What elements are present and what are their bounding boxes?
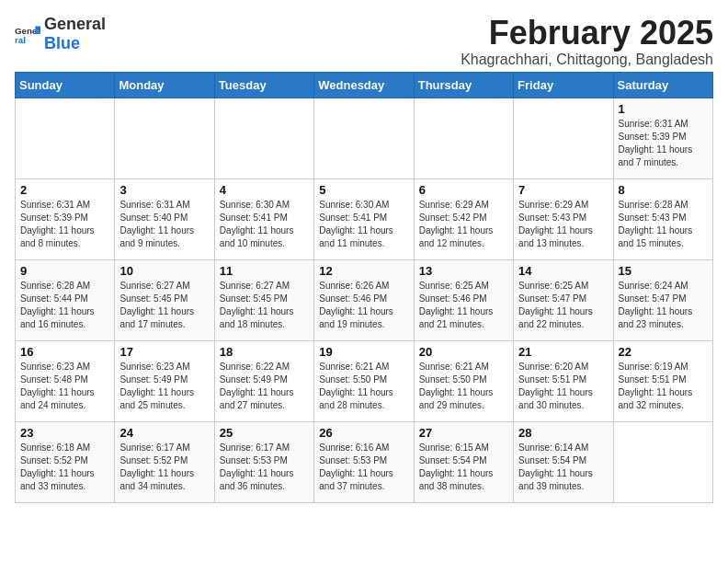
day-cell: 17Sunrise: 6:23 AM Sunset: 5:49 PM Dayli… bbox=[115, 340, 214, 421]
day-cell: 18Sunrise: 6:22 AM Sunset: 5:49 PM Dayli… bbox=[214, 340, 313, 421]
day-info: Sunrise: 6:21 AM Sunset: 5:50 PM Dayligh… bbox=[419, 361, 508, 412]
day-number: 8 bbox=[619, 183, 708, 197]
day-number: 23 bbox=[20, 426, 109, 440]
day-number: 4 bbox=[220, 183, 309, 197]
logo-blue: Blue bbox=[44, 34, 80, 52]
day-number: 15 bbox=[619, 264, 708, 278]
day-cell: 3Sunrise: 6:31 AM Sunset: 5:40 PM Daylig… bbox=[115, 178, 214, 259]
day-number: 19 bbox=[319, 345, 408, 359]
day-info: Sunrise: 6:16 AM Sunset: 5:53 PM Dayligh… bbox=[319, 442, 408, 493]
day-number: 26 bbox=[319, 426, 408, 440]
day-cell: 15Sunrise: 6:24 AM Sunset: 5:47 PM Dayli… bbox=[613, 259, 712, 340]
day-cell: 25Sunrise: 6:17 AM Sunset: 5:53 PM Dayli… bbox=[214, 421, 313, 502]
day-cell: 8Sunrise: 6:28 AM Sunset: 5:43 PM Daylig… bbox=[613, 178, 712, 259]
day-cell: 21Sunrise: 6:20 AM Sunset: 5:51 PM Dayli… bbox=[514, 340, 613, 421]
calendar-subtitle: Khagrachhari, Chittagong, Bangladesh bbox=[461, 52, 713, 68]
day-number: 9 bbox=[20, 264, 109, 278]
day-number: 14 bbox=[518, 264, 608, 278]
day-number: 21 bbox=[518, 345, 608, 359]
day-cell: 24Sunrise: 6:17 AM Sunset: 5:52 PM Dayli… bbox=[115, 421, 214, 502]
day-number: 12 bbox=[319, 264, 408, 278]
header-tuesday: Tuesday bbox=[214, 72, 313, 98]
day-info: Sunrise: 6:25 AM Sunset: 5:47 PM Dayligh… bbox=[518, 280, 608, 331]
week-row-1: 1Sunrise: 6:31 AM Sunset: 5:39 PM Daylig… bbox=[16, 98, 713, 178]
day-cell: 9Sunrise: 6:28 AM Sunset: 5:44 PM Daylig… bbox=[16, 259, 115, 340]
day-info: Sunrise: 6:17 AM Sunset: 5:52 PM Dayligh… bbox=[119, 442, 209, 493]
calendar-table: SundayMondayTuesdayWednesdayThursdayFrid… bbox=[15, 72, 713, 503]
day-info: Sunrise: 6:23 AM Sunset: 5:49 PM Dayligh… bbox=[119, 361, 209, 412]
day-info: Sunrise: 6:28 AM Sunset: 5:44 PM Dayligh… bbox=[20, 280, 109, 331]
day-cell bbox=[613, 421, 712, 502]
header-sunday: Sunday bbox=[16, 72, 115, 98]
week-row-3: 9Sunrise: 6:28 AM Sunset: 5:44 PM Daylig… bbox=[16, 259, 713, 340]
day-info: Sunrise: 6:29 AM Sunset: 5:42 PM Dayligh… bbox=[419, 199, 508, 250]
day-info: Sunrise: 6:23 AM Sunset: 5:48 PM Dayligh… bbox=[20, 361, 109, 412]
day-info: Sunrise: 6:21 AM Sunset: 5:50 PM Dayligh… bbox=[319, 361, 408, 412]
day-number: 3 bbox=[119, 183, 209, 197]
day-info: Sunrise: 6:27 AM Sunset: 5:45 PM Dayligh… bbox=[220, 280, 309, 331]
day-info: Sunrise: 6:20 AM Sunset: 5:51 PM Dayligh… bbox=[518, 361, 608, 412]
day-number: 24 bbox=[119, 426, 209, 440]
day-cell: 4Sunrise: 6:30 AM Sunset: 5:41 PM Daylig… bbox=[214, 178, 313, 259]
day-info: Sunrise: 6:29 AM Sunset: 5:43 PM Dayligh… bbox=[518, 199, 608, 250]
header-thursday: Thursday bbox=[414, 72, 513, 98]
svg-text:ral: ral bbox=[15, 35, 26, 45]
day-cell: 22Sunrise: 6:19 AM Sunset: 5:51 PM Dayli… bbox=[613, 340, 712, 421]
day-cell: 16Sunrise: 6:23 AM Sunset: 5:48 PM Dayli… bbox=[16, 340, 115, 421]
day-cell: 5Sunrise: 6:30 AM Sunset: 5:41 PM Daylig… bbox=[314, 178, 414, 259]
day-cell bbox=[16, 98, 115, 178]
day-info: Sunrise: 6:28 AM Sunset: 5:43 PM Dayligh… bbox=[619, 199, 708, 250]
day-cell: 10Sunrise: 6:27 AM Sunset: 5:45 PM Dayli… bbox=[115, 259, 214, 340]
day-number: 17 bbox=[119, 345, 209, 359]
header-monday: Monday bbox=[115, 72, 214, 98]
day-cell: 23Sunrise: 6:18 AM Sunset: 5:52 PM Dayli… bbox=[16, 421, 115, 502]
day-number: 5 bbox=[319, 183, 408, 197]
day-info: Sunrise: 6:31 AM Sunset: 5:39 PM Dayligh… bbox=[20, 199, 109, 250]
day-cell: 6Sunrise: 6:29 AM Sunset: 5:42 PM Daylig… bbox=[414, 178, 513, 259]
day-cell: 20Sunrise: 6:21 AM Sunset: 5:50 PM Dayli… bbox=[414, 340, 513, 421]
day-cell bbox=[115, 98, 214, 178]
day-info: Sunrise: 6:25 AM Sunset: 5:46 PM Dayligh… bbox=[419, 280, 508, 331]
day-info: Sunrise: 6:19 AM Sunset: 5:51 PM Dayligh… bbox=[619, 361, 708, 412]
day-info: Sunrise: 6:24 AM Sunset: 5:47 PM Dayligh… bbox=[619, 280, 708, 331]
day-number: 16 bbox=[20, 345, 109, 359]
day-number: 20 bbox=[419, 345, 508, 359]
day-cell: 2Sunrise: 6:31 AM Sunset: 5:39 PM Daylig… bbox=[16, 178, 115, 259]
logo: Gene ral General Blue bbox=[15, 15, 106, 53]
day-cell: 14Sunrise: 6:25 AM Sunset: 5:47 PM Dayli… bbox=[514, 259, 613, 340]
calendar-title: February 2025 bbox=[461, 15, 713, 52]
week-row-4: 16Sunrise: 6:23 AM Sunset: 5:48 PM Dayli… bbox=[16, 340, 713, 421]
day-number: 25 bbox=[220, 426, 309, 440]
day-cell: 11Sunrise: 6:27 AM Sunset: 5:45 PM Dayli… bbox=[214, 259, 313, 340]
weekday-header-row: SundayMondayTuesdayWednesdayThursdayFrid… bbox=[16, 72, 713, 98]
day-cell bbox=[314, 98, 414, 178]
day-info: Sunrise: 6:30 AM Sunset: 5:41 PM Dayligh… bbox=[220, 199, 309, 250]
day-number: 10 bbox=[119, 264, 209, 278]
logo-general: General bbox=[44, 15, 106, 33]
day-cell: 1Sunrise: 6:31 AM Sunset: 5:39 PM Daylig… bbox=[613, 98, 712, 178]
day-cell: 19Sunrise: 6:21 AM Sunset: 5:50 PM Dayli… bbox=[314, 340, 414, 421]
day-info: Sunrise: 6:26 AM Sunset: 5:46 PM Dayligh… bbox=[319, 280, 408, 331]
day-cell: 28Sunrise: 6:14 AM Sunset: 5:54 PM Dayli… bbox=[514, 421, 613, 502]
title-section: February 2025 Khagrachhari, Chittagong, … bbox=[461, 15, 713, 68]
day-number: 28 bbox=[518, 426, 608, 440]
header-wednesday: Wednesday bbox=[314, 72, 414, 98]
day-cell: 27Sunrise: 6:15 AM Sunset: 5:54 PM Dayli… bbox=[414, 421, 513, 502]
day-cell bbox=[414, 98, 513, 178]
header-friday: Friday bbox=[514, 72, 613, 98]
day-cell: 7Sunrise: 6:29 AM Sunset: 5:43 PM Daylig… bbox=[514, 178, 613, 259]
day-info: Sunrise: 6:14 AM Sunset: 5:54 PM Dayligh… bbox=[518, 442, 608, 493]
day-cell bbox=[214, 98, 313, 178]
page-header: Gene ral General Blue February 2025 Khag… bbox=[15, 15, 713, 68]
day-number: 13 bbox=[419, 264, 508, 278]
day-cell: 26Sunrise: 6:16 AM Sunset: 5:53 PM Dayli… bbox=[314, 421, 414, 502]
day-number: 1 bbox=[619, 102, 708, 116]
day-number: 22 bbox=[619, 345, 708, 359]
day-cell: 12Sunrise: 6:26 AM Sunset: 5:46 PM Dayli… bbox=[314, 259, 414, 340]
day-number: 7 bbox=[518, 183, 608, 197]
day-info: Sunrise: 6:22 AM Sunset: 5:49 PM Dayligh… bbox=[220, 361, 309, 412]
day-info: Sunrise: 6:27 AM Sunset: 5:45 PM Dayligh… bbox=[119, 280, 209, 331]
day-info: Sunrise: 6:17 AM Sunset: 5:53 PM Dayligh… bbox=[220, 442, 309, 493]
day-info: Sunrise: 6:15 AM Sunset: 5:54 PM Dayligh… bbox=[419, 442, 508, 493]
day-cell bbox=[514, 98, 613, 178]
